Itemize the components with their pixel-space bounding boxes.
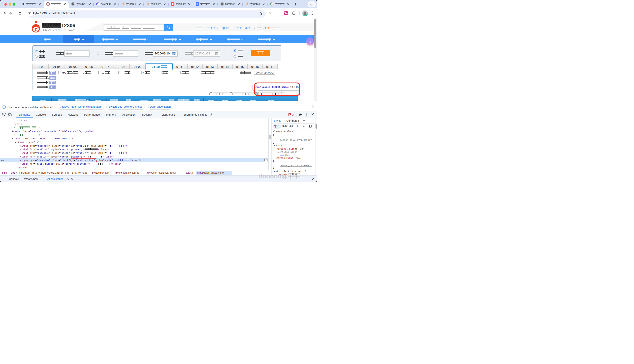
svg-text:du: du: [98, 4, 99, 5]
